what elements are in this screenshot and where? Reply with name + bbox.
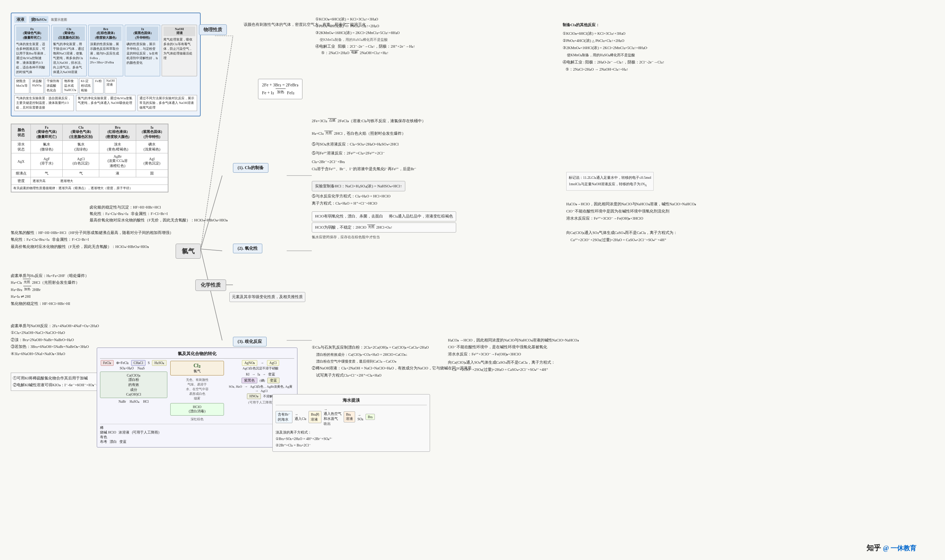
element-reactivity-note: 元素及其非等级变化性质，及相关推性质 bbox=[229, 292, 305, 302]
ki-note-1: ①可用KI将稀硫酸氯化物合作其后用于加碱 bbox=[13, 375, 107, 382]
agi: AgI(黄色沉淀) bbox=[136, 153, 168, 170]
cl2-state: 气 bbox=[63, 170, 99, 177]
lime-component: Ca(ClO)₂ 漂白粉的有效成分 Ca(OH)Cl bbox=[100, 372, 167, 398]
diagram-bottom-labels: 烧瓶含MnO₂等 浓盐酸H₂SO₄ 干燥剂有浓硫酸色化合 饱和食盐水或NaHCO… bbox=[14, 78, 197, 94]
col-br2: Br₂(红棕色液体)(密度较大颜色) 溴素的性质实验，展示颜色反应和萃取分液，能… bbox=[88, 25, 124, 76]
max-acid: 最高价氧化物对应水化物的酸性（F无价，因此无含氧酸）：HClO₄>HBrO₃>H… bbox=[11, 243, 174, 250]
cl2-br-reaction: Cl₂+2Br⁻=2Cl⁻+Br₂ bbox=[312, 160, 345, 164]
section2-reactions: 实验室制备HCl：NaCl+H₂SO₄(浓) = NaHSO₄+HCl↑ ⑤与水… bbox=[312, 181, 405, 207]
elem-chain-3: 最高价氧化物对应水化物的酸性（F无价，因此无含氧酸）：HClO₄>HBrO₃>H… bbox=[89, 217, 228, 223]
col-header-i2: I₂(紫黑色固体)(升华特性) bbox=[136, 124, 168, 141]
col-header-prop: 颜色状态 bbox=[11, 124, 31, 141]
chem-prop-label: 化学性质 bbox=[201, 282, 221, 288]
sw-step2: Br₂的溶液 bbox=[309, 411, 322, 423]
watermark-author: @ 一休教育 bbox=[883, 545, 916, 552]
violet-box: 紫黑色 (碘) 变蓝 bbox=[227, 378, 294, 383]
seawater-box: 海水提溴 含有Br⁻的海水 →通入Cl₂ Br₂的溶液 →通入热空气和水蒸气吹出… bbox=[272, 394, 430, 452]
h2-cl2-reaction: H₂+Cl₂ 光照 2HCl，苍白色火焰（照射时会发生爆炸） bbox=[312, 131, 406, 136]
watermark: 知乎 @ 一休教育 bbox=[867, 543, 916, 553]
acid-comp-3: 溶水水反应应：Fe³⁺+3ClO⁻→Fe(OH)₃+3HClO bbox=[566, 215, 696, 222]
br2-water: 溴水(黄色/橙褐色) bbox=[99, 141, 136, 153]
central-label: 氯气 bbox=[182, 248, 195, 255]
col-cl2: Cl₂(黄绿色)(注意颜色区别) 氯气的净化装置，用于除去HCl气体，通过饱和N… bbox=[51, 25, 87, 76]
seawater-reactions: 溴及溴的离子方程式： ①Br₂+SO₂+2H₂O = 4H⁺+2Br⁻+SO₄²… bbox=[275, 429, 427, 449]
row-water-solution: 溶水状态 bbox=[11, 141, 31, 153]
naoh-rxn-2: ②溴：Br₂+2NaOH=NaBr+NaBrO+H₂O bbox=[11, 337, 99, 343]
mole-note-2: 1molCl₂与足量NaOH溶液反应，转移的电子为1NA bbox=[569, 181, 651, 188]
rxn-5: ⑤：2NaCl+2H₂O 电解 2NaOH+Cl₂↑+H₂↑ bbox=[316, 50, 415, 57]
sw-step3: Br₂溶液 bbox=[344, 411, 355, 422]
prep-notes-top: 制备Cl₂的其他反应： ①KClO₃+6HCl(浓) = KCl+3Cl₂↑+3… bbox=[563, 22, 664, 73]
rxn-1: ①KClO₃+6HCl(浓) = KCl+3Cl₂↑+3H₂O bbox=[316, 16, 415, 23]
elem-chain-2: 氧化性：F₂>Cl₂>Br₂>I₂ 非金属性：F>Cl>Br>I bbox=[89, 211, 228, 217]
col-i2: I₂(紫黑色固体)(升华特性) 碘的性质实验，展示升华特点，与淀粉变蓝的特征反应… bbox=[125, 25, 160, 76]
diagram-box: 液液 烧H₂SO₄ 装置示意图 F₂(黄绿色气体)(微量即死亡) 气体的发生装置… bbox=[11, 12, 201, 117]
naoh-rxn-3: ③若加热：3Br₂+6NaOH=5NaBr+NaBrO₃+3H₂O bbox=[11, 343, 99, 350]
disprop-1: H₂CO₃ →HClO，因此相同浓度的NaClO与NaHCO₃溶液的碱性NaCl… bbox=[448, 337, 579, 344]
center-chart: Cl₂ 氯气 无色、有刺激性气味、易溶于水、在空气中容易形成白色烟雾 HClO … bbox=[170, 361, 224, 422]
rxn-3: ③2KMnO₄+16HCl(浓) = 2KCl+2MnCl₂+5Cl₂↑+8H₂… bbox=[316, 30, 415, 43]
cl2-priority-note: Cl₂溶于含Fe²⁺、Br⁻、I⁻的溶液中是先氧化I⁻再Fe²⁺，后是Br⁻ bbox=[312, 166, 416, 172]
s3-rxn-1: ①Cl₂与石灰乳反应制漂白粉：2Cl₂+2Ca(OH)₂ = Ca(ClO)₂+… bbox=[312, 344, 472, 351]
agno3-agcl: AgNO₃ → AgCl bbox=[227, 361, 294, 365]
h2-br2: H₂+Br₂ 加热 2HBr bbox=[11, 286, 89, 293]
so2-na2s: SO₂+H₂O Na₂S bbox=[100, 366, 167, 370]
ox-rxn-2: 离子方程式：Cl₂+H₂O = H⁺+Cl⁻+HClO bbox=[312, 200, 405, 207]
ccl4-note: 有关卤素的物理性质遵循规律：逐渐升高（熔沸点），逐渐增大（密度，原子半径） bbox=[11, 185, 168, 192]
ki-notes: ①可用KI将稀硫酸氯化物合作其后用于加碱 ②电解KI碱性溶液可得KIO₃：I⁻-… bbox=[11, 372, 109, 391]
acid-comp-1: H₂CO₃→HClO，因此相同浓度的NaClO与NaHCO₃溶液，碱性NaClO… bbox=[566, 201, 696, 208]
agf: AgF(溶于水) bbox=[31, 153, 63, 170]
agbr: AgBr(淡黄/CCl₄溶液橙红色) bbox=[99, 153, 136, 170]
section3-reactions: ①Cl₂与石灰乳反应制漂白粉：2Cl₂+2Ca(OH)₂ = Ca(ClO)₂+… bbox=[312, 344, 472, 379]
disprop-4: 向Ca(ClO)₂通入SO₂气体生成CaSO₄而不是CaCl₂，离子方程式： bbox=[448, 359, 579, 366]
hf-acid: 氢化氢的酸性：HF<HI<HBr<HCl（HF分子间形成氢键沸点最高，随着对分子… bbox=[11, 229, 174, 236]
hclo-box: HClO (漂白消毒) bbox=[170, 403, 224, 415]
reaction-fe-br2: 2Fe + 3Br₂ = 2FeBr₃ bbox=[262, 82, 299, 89]
watermark-platform: 知乎 bbox=[867, 544, 881, 552]
naoh-rxn-1: ①Cl₂+2NaOH=NaCl+NaClO+H₂O bbox=[11, 329, 99, 336]
row-melting: 熔沸点 bbox=[11, 170, 31, 177]
lab-reagent: 实验室制备HCl：NaCl+H₂SO₄(浓) = NaHSO₄+HCl↑ bbox=[312, 181, 405, 191]
disprop-2: ClO⁻不能在酸性环境中，是在碱性环境中强氧化基被氧化 bbox=[448, 344, 579, 351]
diagram-cols: F₂(黄绿色气体)(微量即死亡) 气体的发生装置，适合多种固液反应，可以用于装B… bbox=[14, 25, 197, 76]
left-chart: FeCl₃ ⊕=FeCl₂ CH₃Cl S H₂SO₄ SO₂+H₂O Na₂S… bbox=[100, 361, 167, 422]
no-color-note: 无色、有刺激性气味、易溶于水、在空气中容易形成白色烟雾 bbox=[170, 378, 224, 401]
sw-arrow2: →通入热空气和水蒸气吹出 bbox=[323, 408, 342, 426]
acid-comparison: H₂CO₃→HClO，因此相同浓度的NaClO与NaHCO₃溶液，碱性NaClO… bbox=[566, 201, 696, 222]
f2-state: 气 bbox=[31, 170, 63, 177]
ox-rxn-1: ⑤与水反应化学方程式：Cl₂+H₂O = HCl+HClO bbox=[312, 193, 405, 200]
note-2: 有色布考 漂白 变蓝 bbox=[100, 435, 294, 444]
hclo-store: 氯水应密闭保存，应存在在棕色瓶中才恰当 bbox=[312, 234, 456, 240]
main-container: 该颜色有刺激性气体的气体，密度比空气大，有毒，易液化，能溶于水 物理性质 液液 … bbox=[0, 0, 945, 560]
ki-starch: KI → I₂ → 变蓝 bbox=[227, 372, 294, 377]
agcl: AgCl(白色沉淀) bbox=[63, 153, 99, 170]
diagram-desc-row: 气体的发生实验装置：选合固液反应，主要关键是控制温度，液体装量约1/3处，且对应… bbox=[14, 95, 197, 111]
row-density: 密度 bbox=[11, 177, 31, 185]
h2-i2: H₂+I₂ ⇌ 2HI bbox=[11, 293, 89, 300]
prep-note-2: ②PbO₂+4HCl(浓) △ PbCl₂+Cl₂↑+2H₂O bbox=[563, 37, 664, 45]
cl2-water: 氯水(浅绿色) bbox=[63, 141, 99, 153]
note-1: 稀烧碱 HClO 浓溶液 (可用于人工降雨) bbox=[100, 426, 294, 435]
h2-cl2: H₂+Cl₂ 光照 2HCl（光照射会发生爆炸） bbox=[11, 279, 89, 286]
br2-state: 液 bbox=[99, 170, 136, 177]
sw-step4: Br₂ bbox=[366, 414, 375, 420]
hclo-prop-2: HClO为弱酸，不稳定：2HClO 光照 2HCl+O₂↑ bbox=[312, 223, 456, 232]
bottom-diagram: 氯及其化合物的转化 FeCl₃ ⊕=FeCl₂ CH₃Cl S H₂SO₄ SO… bbox=[97, 348, 297, 448]
element-activity: 卤化银的稳定性与沉淀：HF>HI>HBr>HCl 氧化性：F₂>Cl₂>Br₂>… bbox=[89, 204, 228, 223]
phys-prop-node: 物理性质 bbox=[199, 25, 227, 35]
hclo-prop-1: HClO有弱氧化性，漂白、杀菌，去面白 将Cl₂通入品红品中，溶液变红棕褐色 bbox=[312, 211, 456, 222]
deep-red: 深红棕色 bbox=[170, 417, 224, 422]
ca-clo2-eq: Ca²⁺+2ClO⁻+2SO₂(过量)+2H₂O = CaSO₄+2Cl⁻+SO… bbox=[571, 237, 677, 244]
bottom-diagram-content: FeCl₃ ⊕=FeCl₂ CH₃Cl S H₂SO₄ SO₂+H₂O Na₂S… bbox=[100, 361, 294, 422]
chem-branch-node: 化学性质 bbox=[195, 280, 226, 291]
disprop-4-eq: Ca²⁺+2ClO⁻+2SO₂(过量)+2H₂O = CaSO₄+2Cl⁻+SO… bbox=[452, 366, 579, 373]
seawater-process: 含有Br⁻的海水 →通入Cl₂ Br₂的溶液 →通入热空气和水蒸气吹出 Br₂溶… bbox=[275, 408, 427, 426]
disprop-3: 溶水水反应：Fe³⁺+3ClO⁻→Fe(OH)₃+3HClO bbox=[448, 351, 579, 358]
sw-step1: 含有Br⁻的海水 bbox=[275, 411, 292, 423]
row-ag-salt: AgX bbox=[11, 153, 31, 170]
hclo-properties: HClO有弱氧化性，漂白、杀菌，去面白 将Cl₂通入品红品中，溶液变红棕褐色 H… bbox=[312, 211, 456, 240]
naBr-so2: SO₂, H₂O → AgCl白色，AgBr淡黄色, Ag黄 → AgCl bbox=[227, 385, 294, 393]
prep-note-4: ④电解工业 : 阳极：2H₂O-2e⁻→Cl₂↑，阴极：2Cl⁻-2e⁻→Cl₂… bbox=[563, 59, 664, 73]
fecl3-compound: FeCl₃ ⊕=FeCl₂ CH₃Cl S H₂SO₄ bbox=[100, 361, 167, 365]
element-reactivity-text: 元素及其非等级变化性质，及相关推性质 bbox=[232, 295, 303, 299]
